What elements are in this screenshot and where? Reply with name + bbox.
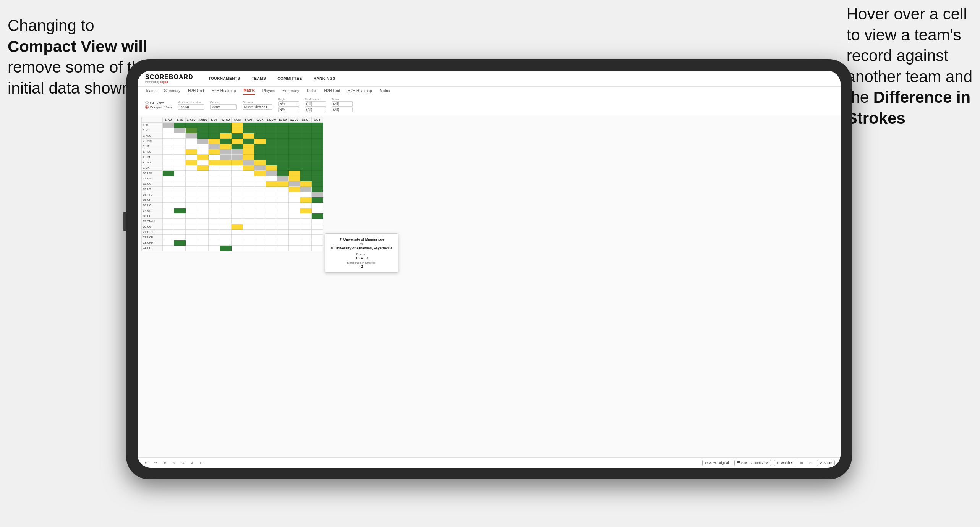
matrix-cell[interactable] [209, 203, 220, 208]
matrix-cell[interactable] [312, 213, 323, 219]
matrix-cell[interactable] [312, 149, 323, 155]
matrix-cell[interactable] [243, 123, 254, 128]
matrix-cell[interactable] [300, 230, 312, 235]
matrix-cell[interactable] [289, 133, 300, 139]
matrix-cell[interactable] [300, 203, 312, 208]
matrix-cell[interactable] [243, 155, 254, 160]
matrix-cell[interactable] [254, 155, 266, 160]
matrix-cell[interactable] [197, 219, 209, 224]
matrix-cell[interactable] [220, 219, 232, 224]
matrix-cell[interactable] [243, 197, 254, 203]
matrix-cell[interactable] [254, 171, 266, 176]
matrix-cell[interactable] [289, 165, 300, 171]
matrix-cell[interactable] [232, 224, 243, 230]
matrix-cell[interactable] [220, 197, 232, 203]
matrix-cell[interactable] [243, 139, 254, 144]
matrix-cell[interactable] [232, 213, 243, 219]
matrix-cell[interactable] [197, 203, 209, 208]
table-row[interactable]: 8. UAF [142, 160, 323, 165]
matrix-cell[interactable] [300, 160, 312, 165]
table-row[interactable]: 14. TTU [142, 192, 323, 197]
matrix-cell[interactable] [312, 155, 323, 160]
matrix-cell[interactable] [163, 144, 174, 149]
matrix-cell[interactable] [209, 224, 220, 230]
matrix-cell[interactable] [186, 246, 197, 251]
matrix-cell[interactable] [266, 133, 277, 139]
table-row[interactable]: 5. UT [142, 144, 323, 149]
matrix-cell[interactable] [289, 139, 300, 144]
matrix-cell[interactable] [289, 235, 300, 240]
matrix-cell[interactable] [232, 192, 243, 197]
matrix-cell[interactable] [232, 165, 243, 171]
table-row[interactable]: 4. UNC [142, 139, 323, 144]
matrix-cell[interactable] [289, 187, 300, 192]
matrix-cell[interactable] [209, 139, 220, 144]
matrix-cell[interactable] [220, 171, 232, 176]
matrix-cell[interactable] [289, 149, 300, 155]
matrix-cell[interactable] [277, 144, 289, 149]
matrix-cell[interactable] [266, 144, 277, 149]
matrix-cell[interactable] [277, 192, 289, 197]
matrix-cell[interactable] [243, 240, 254, 246]
matrix-cell[interactable] [209, 181, 220, 187]
matrix-cell[interactable] [300, 123, 312, 128]
matrix-cell[interactable] [243, 165, 254, 171]
matrix-cell[interactable] [197, 144, 209, 149]
matrix-cell[interactable] [312, 208, 323, 213]
matrix-cell[interactable] [174, 203, 186, 208]
matrix-cell[interactable] [277, 171, 289, 176]
matrix-cell[interactable] [266, 123, 277, 128]
matrix-cell[interactable] [209, 208, 220, 213]
table-row[interactable]: 2. VU [142, 128, 323, 133]
matrix-cell[interactable] [266, 224, 277, 230]
matrix-cell[interactable] [209, 123, 220, 128]
matrix-cell[interactable] [209, 165, 220, 171]
matrix-cell[interactable] [186, 165, 197, 171]
matrix-cell[interactable] [243, 213, 254, 219]
matrix-cell[interactable] [232, 133, 243, 139]
matrix-cell[interactable] [289, 240, 300, 246]
matrix-cell[interactable] [163, 171, 174, 176]
tab-h2h-heatmap[interactable]: H2H Heatmap [212, 89, 236, 94]
matrix-cell[interactable] [163, 160, 174, 165]
matrix-cell[interactable] [174, 128, 186, 133]
matrix-cell[interactable] [232, 240, 243, 246]
matrix-cell[interactable] [289, 160, 300, 165]
region-select1[interactable]: N/A [278, 101, 299, 107]
matrix-cell[interactable] [174, 165, 186, 171]
matrix-cell[interactable] [243, 160, 254, 165]
matrix-cell[interactable] [289, 123, 300, 128]
matrix-cell[interactable] [312, 219, 323, 224]
matrix-cell[interactable] [186, 213, 197, 219]
matrix-cell[interactable] [289, 246, 300, 251]
matrix-cell[interactable] [232, 160, 243, 165]
matrix-cell[interactable] [174, 123, 186, 128]
matrix-cell[interactable] [232, 235, 243, 240]
matrix-cell[interactable] [254, 123, 266, 128]
matrix-cell[interactable] [300, 224, 312, 230]
matrix-cell[interactable] [186, 133, 197, 139]
matrix-cell[interactable] [266, 176, 277, 181]
matrix-cell[interactable] [254, 192, 266, 197]
matrix-cell[interactable] [209, 128, 220, 133]
matrix-cell[interactable] [254, 208, 266, 213]
matrix-cell[interactable] [197, 123, 209, 128]
matrix-cell[interactable] [289, 208, 300, 213]
matrix-cell[interactable] [254, 246, 266, 251]
matrix-cell[interactable] [300, 240, 312, 246]
matrix-cell[interactable] [300, 208, 312, 213]
division-select[interactable]: NCAA Division I [243, 104, 272, 110]
matrix-cell[interactable] [220, 224, 232, 230]
matrix-cell[interactable] [243, 235, 254, 240]
matrix-cell[interactable] [266, 203, 277, 208]
matrix-cell[interactable] [197, 246, 209, 251]
matrix-cell[interactable] [243, 187, 254, 192]
matrix-cell[interactable] [197, 224, 209, 230]
share-button[interactable]: ↗ Share [817, 460, 835, 466]
matrix-cell[interactable] [277, 235, 289, 240]
matrix-cell[interactable] [277, 208, 289, 213]
matrix-cell[interactable] [174, 160, 186, 165]
matrix-cell[interactable] [163, 246, 174, 251]
gender-select[interactable]: Men's [210, 104, 237, 110]
table-row[interactable]: 24. UO [142, 246, 323, 251]
